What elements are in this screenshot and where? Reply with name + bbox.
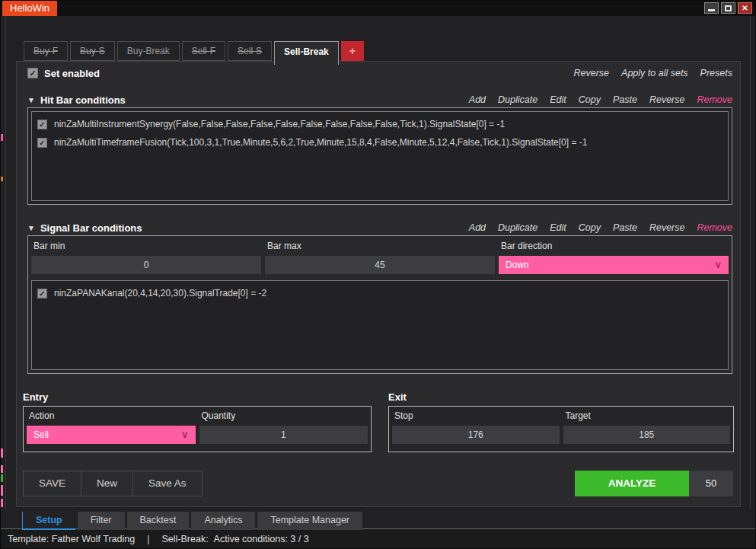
close-icon: ✕ (742, 5, 748, 12)
window-title: HelloWin (2, 1, 57, 16)
save-button[interactable]: SAVE (23, 471, 81, 496)
bar-min-input[interactable]: 0 (31, 256, 261, 274)
reverse-set-link[interactable]: Reverse (574, 68, 610, 78)
presets-link[interactable]: Presets (700, 68, 732, 78)
entry-title: Entry (23, 391, 48, 403)
condition-checkbox[interactable]: ✓ (37, 138, 47, 148)
action-select[interactable]: Sell ∨ (27, 426, 196, 444)
target-input[interactable]: 185 (563, 426, 731, 444)
condition-text: ninZaPANAKanal(20,4,14,20,30).SignalTrad… (54, 288, 266, 298)
tab-sell-s[interactable]: Sell-S (228, 41, 272, 61)
hit-edit-link[interactable]: Edit (550, 94, 566, 105)
signal-bar-links: Add Duplicate Edit Copy Paste Reverse Re… (469, 222, 732, 233)
tab-setup[interactable]: Setup (22, 512, 75, 530)
bar-min-field: Bar min 0 (31, 238, 261, 276)
bar-max-input[interactable]: 45 (265, 256, 495, 274)
set-links: Reverse Apply to all sets Presets (574, 68, 732, 78)
collapse-triangle-icon[interactable]: ▼ (27, 224, 35, 232)
window-controls: ✕ (704, 2, 752, 14)
hit-reverse-link[interactable]: Reverse (649, 94, 685, 105)
hit-add-link[interactable]: Add (469, 94, 486, 105)
hit-copy-link[interactable]: Copy (579, 94, 601, 105)
signal-edit-link[interactable]: Edit (550, 222, 566, 233)
condition-checkbox[interactable]: ✓ (37, 120, 47, 129)
condition-text: ninZaMultiInstrumentSynergy(False,False,… (54, 119, 505, 129)
set-enabled-label: Set enabled (44, 68, 100, 79)
tab-buy-f[interactable]: Buy-F (24, 41, 68, 61)
action-value: Sell (33, 429, 49, 440)
signal-reverse-link[interactable]: Reverse (649, 222, 685, 233)
status-separator: | (147, 534, 149, 544)
bar-direction-field: Bar direction Down ∨ (499, 238, 729, 276)
bar-min-label: Bar min (31, 238, 261, 256)
close-button[interactable]: ✕ (738, 2, 752, 14)
analyze-count-input[interactable]: 50 (689, 471, 733, 496)
set-enabled-checkbox[interactable]: ✓ (27, 68, 38, 78)
signal-bar-fields: Bar min 0 Bar max 45 Bar direction Down … (29, 237, 731, 278)
add-set-button[interactable]: + (341, 41, 364, 61)
bar-max-label: Bar max (265, 238, 495, 256)
maximize-icon (725, 5, 732, 11)
status-active-conditions: Active conditions: 3 / 3 (214, 534, 309, 544)
tab-backtest[interactable]: Backtest (127, 512, 190, 530)
action-field: Action Sell ∨ (27, 408, 196, 450)
entry-box: Action Sell ∨ Quantity 1 (23, 406, 372, 452)
signal-bar-header: ▼ Signal Bar conditions Add Duplicate Ed… (27, 222, 732, 234)
tab-buy-s[interactable]: Buy-S (70, 41, 115, 61)
minimize-icon (708, 9, 715, 11)
target-field: Target 185 (563, 408, 731, 450)
edge-mark (1, 474, 3, 482)
condition-checkbox[interactable]: ✓ (37, 289, 47, 298)
edge-mark (1, 177, 3, 181)
signal-add-link[interactable]: Add (469, 222, 486, 233)
edge-mark (1, 448, 3, 458)
condition-row[interactable]: ✓ ninZaPANAKanal(20,4,14,20,30).SignalTr… (32, 284, 728, 302)
setup-panel: ✓ Set enabled Reverse Apply to all sets … (16, 61, 741, 507)
chevron-down-icon: ∨ (181, 426, 189, 444)
hit-remove-link[interactable]: Remove (697, 94, 732, 105)
quantity-label: Quantity (199, 408, 368, 426)
quantity-input[interactable]: 1 (199, 426, 368, 444)
hit-duplicate-link[interactable]: Duplicate (498, 94, 537, 105)
bar-direction-label: Bar direction (499, 238, 729, 256)
tab-sell-break[interactable]: Sell-Break (274, 41, 339, 65)
title-bar: HelloWin ✕ (1, 1, 755, 16)
tab-filter[interactable]: Filter (78, 512, 125, 530)
quantity-field: Quantity 1 (199, 408, 368, 450)
condition-row[interactable]: ✓ ninZaMultiInstrumentSynergy(False,Fals… (32, 115, 728, 133)
collapse-triangle-icon[interactable]: ▼ (27, 96, 35, 104)
tab-buy-break[interactable]: Buy-Break (117, 41, 180, 61)
minimize-button[interactable] (704, 2, 719, 14)
bar-direction-select[interactable]: Down ∨ (499, 256, 729, 274)
maximize-button[interactable] (721, 2, 735, 14)
exit-title: Exit (388, 391, 407, 403)
apply-to-all-sets-link[interactable]: Apply to all sets (621, 68, 688, 78)
condition-row[interactable]: ✓ ninZaMultiTimeframeFusion(Tick,100,3,1… (32, 133, 728, 152)
new-button[interactable]: New (81, 471, 133, 496)
hit-bar-title: Hit Bar conditions (40, 94, 126, 106)
signal-remove-link[interactable]: Remove (697, 222, 732, 233)
stop-input[interactable]: 176 (392, 426, 560, 444)
tab-analytics[interactable]: Analytics (191, 512, 255, 530)
hit-bar-condition-list: ✓ ninZaMultiInstrumentSynergy(False,Fals… (31, 111, 729, 201)
hit-bar-box: ✓ ninZaMultiInstrumentSynergy(False,Fals… (27, 107, 732, 205)
signal-bar-title: Signal Bar conditions (40, 222, 142, 234)
status-set-label: Sell-Break: (161, 534, 208, 544)
strategy-tab-strip: Buy-F Buy-S Buy-Break Sell-F Sell-S Sell… (24, 41, 364, 65)
save-as-button[interactable]: Save As (132, 471, 203, 496)
bottom-tab-strip: Setup Filter Backtest Analytics Template… (22, 512, 362, 530)
hit-bar-links: Add Duplicate Edit Copy Paste Reverse Re… (469, 94, 732, 105)
signal-copy-link[interactable]: Copy (579, 222, 601, 233)
signal-bar-box: Bar min 0 Bar max 45 Bar direction Down … (27, 235, 732, 374)
tab-template-manager[interactable]: Template Manager (257, 512, 362, 530)
bar-direction-value: Down (506, 260, 529, 270)
condition-text: ninZaMultiTimeframeFusion(Tick,100,3,1,T… (54, 137, 587, 148)
tab-sell-f[interactable]: Sell-F (182, 41, 225, 61)
hit-paste-link[interactable]: Paste (613, 94, 637, 105)
stop-field: Stop 176 (392, 408, 560, 450)
signal-duplicate-link[interactable]: Duplicate (498, 222, 537, 233)
analyze-button[interactable]: ANALYZE (575, 471, 689, 496)
signal-paste-link[interactable]: Paste (613, 222, 637, 233)
action-label: Action (27, 408, 196, 426)
window-edge-right (750, 16, 751, 509)
